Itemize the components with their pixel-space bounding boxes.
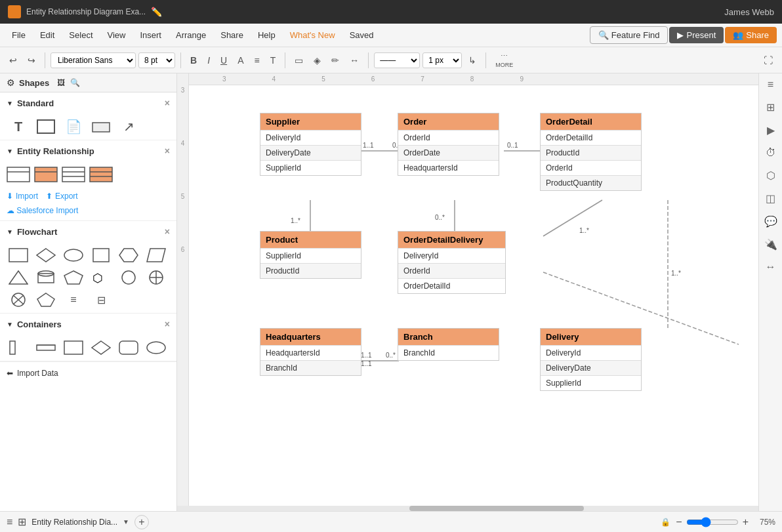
image-search-icon[interactable]: 🖼 [57,78,65,87]
table-icon[interactable]: ⊞ [766,101,775,113]
more-button[interactable]: ⋯MORE [491,49,517,71]
chevron-down-icon[interactable]: ▼ [123,518,129,525]
block-shape[interactable] [89,117,113,136]
fc-cross[interactable] [144,268,168,287]
zoom-in-icon[interactable]: + [743,516,749,528]
delivery-entity[interactable]: Delivery DeliveryId DeliveryDate Supplie… [540,328,642,391]
format-icon[interactable]: ≡ [768,79,773,91]
search-shapes-icon[interactable]: 🔍 [70,78,80,87]
fill-style-button[interactable]: ◈ [310,52,325,68]
ct-hbar[interactable] [34,338,58,357]
fc-diamond[interactable] [34,246,58,264]
ct-rect[interactable] [62,338,85,357]
supplier-entity[interactable]: Supplier DeliveryId DeliveryDate Supplie… [260,113,361,176]
er-shape-2[interactable] [34,165,58,184]
fc-xcircle[interactable] [7,291,30,309]
underline-button[interactable]: U [216,52,231,68]
fc-rect2[interactable] [89,246,113,264]
list-view-icon[interactable]: ≡ [7,516,12,528]
headquarters-entity[interactable]: Headquarters HeadquartersId BranchId [260,328,361,376]
er-shape-3[interactable] [62,165,85,184]
flowchart-close[interactable]: × [165,226,170,237]
import-action[interactable]: ⬇ Import [7,192,38,201]
zoom-level[interactable]: 75% [752,518,775,527]
salesforce-action[interactable]: ☁ Salesforce Import [0,205,176,220]
ct-diamond[interactable] [89,338,113,357]
menu-share[interactable]: Share [214,28,250,43]
text-shape[interactable]: T [7,117,30,136]
fc-rect[interactable] [7,246,30,264]
align-left-button[interactable]: ≡ [250,52,263,68]
diagram-canvas[interactable]: 1..1 0..1 0..1 1..* 0..* 0..* 1..* 1..* [189,85,758,511]
redo-button[interactable]: ↪ [24,52,39,68]
fc-list2[interactable]: ⊟ [89,291,113,309]
fc-tri[interactable] [7,268,30,287]
fc-para[interactable] [144,246,168,264]
orderdetaildelivery-entity[interactable]: OrderDetailDelivery DeliveryId OrderId O… [398,231,506,294]
er-close[interactable]: × [165,146,170,156]
menu-insert[interactable]: Insert [133,28,168,43]
line-width-select[interactable]: 1 px [422,52,462,68]
text-format-button[interactable]: T [266,52,280,68]
order-entity[interactable]: Order OrderId OrderDate HeadquartersId [398,113,499,176]
feature-find-button[interactable]: 🔍 Feature Find [590,26,668,44]
fc-cyl[interactable] [34,268,58,287]
font-family-select[interactable]: Liberation Sans [51,52,136,68]
line-color-button[interactable]: ✏ [327,52,343,68]
menu-view[interactable]: View [101,28,133,43]
fc-circle[interactable] [117,268,140,287]
zoom-slider[interactable] [686,517,739,527]
layers-icon[interactable]: ⬡ [766,169,775,182]
ct-bar[interactable] [7,338,30,357]
horizontal-scrollbar[interactable] [177,506,758,511]
product-entity[interactable]: Product SupplierId ProductId [260,231,361,279]
menu-arrange[interactable]: Arrange [169,28,213,43]
fc-pentagon[interactable] [34,291,58,309]
export-action[interactable]: ⬆ Export [46,192,78,201]
fc-oval[interactable] [62,246,85,264]
connection-button[interactable]: ↔ [346,52,363,68]
fc-pent[interactable] [62,268,85,287]
bold-button[interactable]: B [186,52,201,68]
zoom-out-icon[interactable]: − [676,516,682,528]
line-style-select[interactable]: —— [374,52,420,68]
italic-button[interactable]: I [203,52,214,68]
font-color-button[interactable]: A [234,52,247,68]
menu-edit[interactable]: Edit [33,28,61,43]
fill-color-button[interactable]: ▭ [291,52,307,68]
orderdetail-entity[interactable]: OrderDetail OrderDetailId ProductId Orde… [540,113,642,191]
font-size-select[interactable]: 8 pt [138,52,175,68]
add-page-icon[interactable]: + [134,515,149,529]
share-button[interactable]: 👥 Share [725,27,777,43]
menu-whats-new[interactable]: What's New [283,28,342,43]
menu-help[interactable]: Help [251,28,282,43]
standard-close[interactable]: × [165,98,170,108]
containers-close[interactable]: × [165,319,170,329]
flowchart-header[interactable]: ▼ Flowchart × [0,221,176,242]
er-shape-4[interactable] [89,165,113,184]
present-button[interactable]: ▶ Present [669,27,724,43]
plugin-icon[interactable]: 🔌 [764,238,777,251]
branch-entity[interactable]: Branch BranchId [398,328,499,361]
connector-end-button[interactable]: ↳ [464,52,480,68]
containers-header[interactable]: ▼ Containers × [0,314,176,335]
standard-header[interactable]: ▼ Standard × [0,92,176,113]
ct-rrect[interactable] [117,338,140,357]
er-shape-1[interactable] [7,165,30,184]
menu-file[interactable]: File [5,28,32,43]
page-name[interactable]: Entity Relationship Dia... [31,518,117,527]
menu-select[interactable]: Select [62,28,99,43]
note-shape[interactable]: 📄 [62,117,85,136]
fc-list1[interactable]: ≡ [62,291,85,309]
import-data-button[interactable]: ⬅ Import Data [0,361,176,384]
fullscreen-button[interactable]: ⛶ [760,52,777,68]
er-header[interactable]: ▼ Entity Relationship × [0,140,176,161]
undo-button[interactable]: ↩ [5,52,21,68]
fc-hex[interactable] [117,246,140,264]
ct-oval[interactable] [144,338,168,357]
arrow-shape[interactable]: ↗ [117,117,140,136]
map-icon[interactable]: ◫ [766,192,775,205]
edit-icon[interactable]: ✏️ [151,7,162,17]
grid-view-icon[interactable]: ⊞ [18,516,26,528]
arrow-rp-icon[interactable]: ↔ [766,261,776,273]
